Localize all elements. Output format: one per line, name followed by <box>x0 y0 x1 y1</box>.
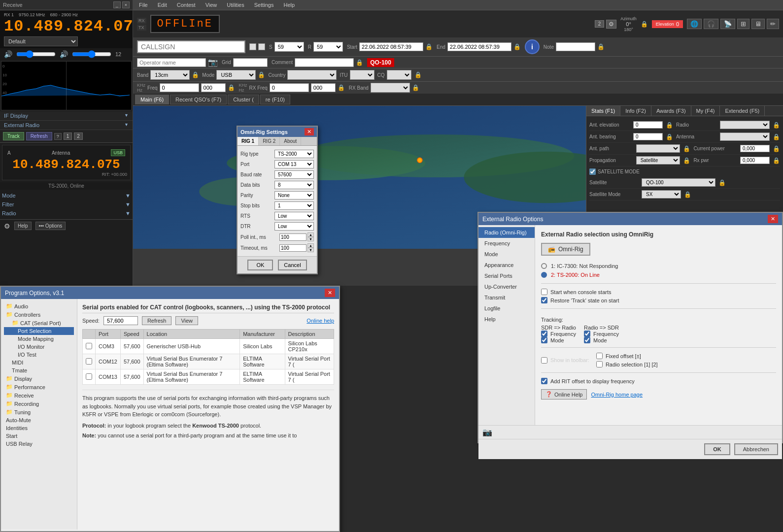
poll-down-button[interactable]: ▼ <box>307 237 314 241</box>
com12-checkbox[interactable] <box>86 358 92 365</box>
baud-select[interactable]: 57600 <box>274 170 314 179</box>
radio-select[interactable] <box>720 121 770 129</box>
radio-settings-button[interactable]: ⚙ <box>606 20 616 29</box>
tree-io-monitor[interactable]: I/O Monitor <box>4 343 74 351</box>
filter-nav-item[interactable]: Filter ▼ <box>0 200 133 208</box>
tree-controllers[interactable]: 📁 Controllers <box>4 310 74 319</box>
tree-cat-serial[interactable]: 📁 CAT (Serial Port) <box>4 319 74 327</box>
omni-rig-cancel-button[interactable]: Cancel <box>278 260 306 270</box>
radio-freq-checkbox[interactable] <box>584 331 590 337</box>
minimize-button[interactable]: _ <box>113 1 121 8</box>
rig-type-select[interactable]: TS-2000 <box>274 150 314 158</box>
poll-input[interactable] <box>279 233 306 241</box>
checkbox1[interactable] <box>249 43 256 50</box>
timeout-down-button[interactable]: ▼ <box>307 248 314 252</box>
freq-suffix-input[interactable] <box>201 83 226 92</box>
num1-button[interactable]: 1 <box>64 133 72 140</box>
camera-icon[interactable]: 📷 <box>482 428 492 437</box>
start-console-checkbox[interactable] <box>541 289 547 295</box>
rx-freq-input[interactable] <box>270 83 309 92</box>
itu-select[interactable] <box>350 70 374 80</box>
tree-display[interactable]: 📁 Display <box>4 374 74 383</box>
dlg-tab-rig2[interactable]: RIG 2 <box>259 137 280 145</box>
tree-recording[interactable]: 📁 Recording <box>4 399 74 408</box>
start-input[interactable] <box>359 42 423 51</box>
program-options-close-button[interactable]: ✕ <box>325 289 335 297</box>
mode-select[interactable]: USB <box>216 70 256 80</box>
radio-mode-checkbox[interactable] <box>584 337 590 343</box>
options-button[interactable]: ••• Options <box>35 222 66 230</box>
ext-nav-frequency[interactable]: Frequency <box>478 238 535 249</box>
current-power-input[interactable] <box>740 145 770 152</box>
view-menu[interactable]: View <box>204 1 219 9</box>
help-button[interactable]: Help <box>14 222 32 230</box>
help-small-button[interactable]: ? <box>54 133 62 140</box>
tree-tuning[interactable]: 📁 Tuning <box>4 408 74 416</box>
settings-menu[interactable]: Settings <box>252 1 276 9</box>
refresh-button[interactable]: Refresh <box>26 132 52 140</box>
note-input[interactable] <box>556 42 595 51</box>
propagation-select[interactable]: Satellite <box>636 156 681 165</box>
timeout-input[interactable] <box>279 244 306 252</box>
band-select[interactable]: 13cm <box>150 70 190 80</box>
tab-cluster[interactable]: Cluster ( <box>228 95 259 104</box>
profile-select[interactable]: Default <box>4 36 78 46</box>
tree-midi[interactable]: MIDI <box>4 359 74 366</box>
pencil-icon-btn[interactable]: ✏ <box>767 19 779 29</box>
sdr-mode-checkbox[interactable] <box>541 337 547 343</box>
utilities-menu[interactable]: Utilities <box>225 1 246 9</box>
if-display-section[interactable]: IF Display ▼ <box>0 111 133 121</box>
radio-nav-item[interactable]: Radio ▼ <box>0 209 133 217</box>
help-menu[interactable]: Help <box>281 1 297 9</box>
mode-nav-item[interactable]: Mode ▼ <box>0 192 133 200</box>
port-select[interactable]: COM 13 <box>274 160 314 168</box>
stats-tab-f4[interactable]: My (F4) <box>691 106 720 116</box>
ext-radio-close-button[interactable]: ✕ <box>768 215 778 223</box>
dlg-tab-rig1[interactable]: RIG 1 <box>238 137 259 145</box>
file-menu[interactable]: File <box>137 1 150 9</box>
operator-input[interactable] <box>137 58 206 67</box>
stop-bits-select[interactable]: 1 <box>274 201 314 210</box>
omni-rig-close-button[interactable]: ✕ <box>305 128 314 135</box>
callsign-input[interactable] <box>137 40 245 53</box>
stats-tab-f1[interactable]: Stats (F1) <box>586 106 620 116</box>
antenna-stat-select[interactable] <box>720 133 770 141</box>
tab-main[interactable]: Main (F6) <box>135 95 169 104</box>
rts-select[interactable]: Low <box>274 212 314 220</box>
num2-button[interactable]: 2 <box>74 133 83 140</box>
poll-up-button[interactable]: ▲ <box>307 233 314 237</box>
com3-checkbox[interactable] <box>86 343 92 349</box>
grid-icon-btn[interactable]: ⊞ <box>737 19 749 29</box>
ant-bearing-input[interactable] <box>633 133 663 140</box>
ext-ok-button[interactable]: OK <box>704 443 730 455</box>
restore-track-checkbox[interactable] <box>541 297 547 303</box>
ext-nav-transmit[interactable]: Transmit <box>478 292 535 303</box>
ant-path-select[interactable] <box>636 144 681 153</box>
edit-menu[interactable]: Edit <box>156 1 169 9</box>
tree-port-selection[interactable]: Port Selection <box>4 327 74 335</box>
serial-view-button[interactable]: View <box>175 316 198 325</box>
tree-receive[interactable]: 📁 Receive <box>4 391 74 399</box>
ext-nav-up-converter[interactable]: Up-Converter <box>478 281 535 292</box>
screen-icon-btn[interactable]: 🖥 <box>751 19 765 29</box>
end-input[interactable] <box>447 42 511 51</box>
dtr-select[interactable]: Low <box>274 222 314 231</box>
rx-freq-suffix-input[interactable] <box>311 83 336 92</box>
satellite-mode-select[interactable]: SX <box>642 190 681 199</box>
rx-band-select[interactable] <box>371 83 410 93</box>
comment-input[interactable] <box>295 58 354 67</box>
serial-refresh-button[interactable]: Refresh <box>142 316 172 325</box>
rx-pwr-input[interactable] <box>740 157 770 164</box>
tab-last[interactable]: re (F10) <box>260 95 290 104</box>
tree-usb-relay[interactable]: USB Relay <box>4 440 74 448</box>
add-rit-checkbox[interactable] <box>541 378 547 384</box>
timeout-up-button[interactable]: ▲ <box>307 243 314 248</box>
tree-auto-mute[interactable]: Auto-Mute <box>4 416 74 424</box>
satellite-icon-btn[interactable]: 📡 <box>720 19 735 29</box>
ext-nav-logfile[interactable]: Logfile <box>478 303 535 314</box>
satellite-mode-checkbox[interactable] <box>589 168 596 175</box>
freq-input[interactable] <box>160 83 199 92</box>
s-select[interactable]: 59 <box>274 42 304 52</box>
tree-identities[interactable]: Identities <box>4 424 74 432</box>
ext-nav-help[interactable]: Help <box>478 314 535 325</box>
